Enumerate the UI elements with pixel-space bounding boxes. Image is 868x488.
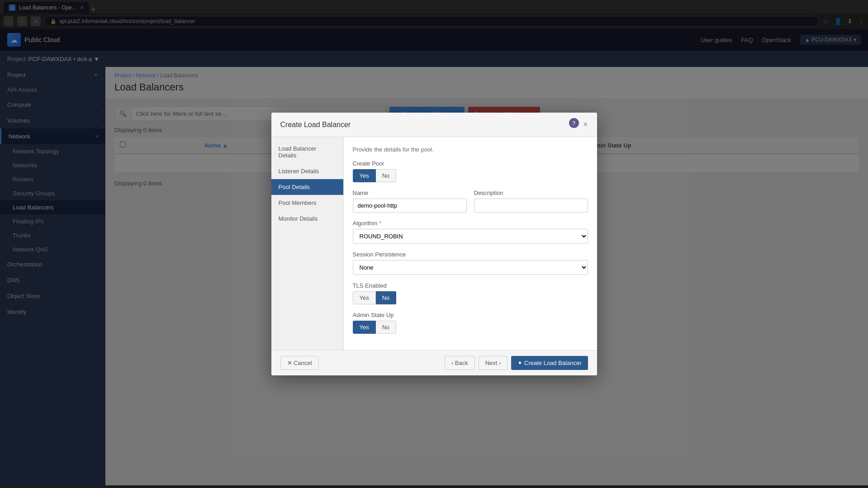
algorithm-label: Algorithm * — [353, 220, 588, 227]
pool-members-label: Pool Members — [279, 199, 317, 206]
pool-details-label: Pool Details — [279, 184, 310, 190]
admin-state-group: Admin State Up Yes No — [353, 312, 588, 334]
modal-nav-item-listener-details[interactable]: Listener Details — [271, 163, 343, 179]
modal-close-button[interactable]: × — [583, 120, 588, 129]
cancel-button[interactable]: ✕ Cancel — [280, 356, 319, 370]
modal-nav-item-pool-details[interactable]: Pool Details — [271, 179, 343, 195]
tls-enabled-group: TLS Enabled Yes No — [353, 282, 588, 304]
modal-nav-item-pool-members[interactable]: Pool Members — [271, 195, 343, 211]
next-button[interactable]: Next › — [479, 356, 508, 370]
create-pool-toggle: Yes No — [353, 169, 588, 182]
modal-nav-item-monitor-details[interactable]: Monitor Details — [271, 211, 343, 227]
form-subtitle: Provide the details for the pool. — [353, 146, 588, 153]
modal-nav-item-lb-details[interactable]: Load Balancer Details — [271, 141, 343, 163]
name-description-row: Name Description — [353, 190, 588, 220]
monitor-details-label: Monitor Details — [279, 215, 318, 222]
session-persistence-label: Session Persistence — [353, 251, 588, 258]
modal-title: Create Load Balancer — [280, 121, 351, 129]
create-pool-label: Create Pool — [353, 160, 588, 167]
create-pool-no-button[interactable]: No — [376, 169, 397, 182]
name-label: Name — [353, 190, 467, 196]
tls-yes-button[interactable]: Yes — [353, 291, 376, 304]
create-pool-group: Create Pool Yes No — [353, 160, 588, 182]
session-persistence-select[interactable]: None SOURCE_IP HTTP_COOKIE APP_COOKIE — [353, 260, 588, 275]
tls-no-button[interactable]: No — [376, 291, 397, 304]
algorithm-group: Algorithm * ROUND_ROBIN LEAST_CONNECTION… — [353, 220, 588, 244]
admin-state-label: Admin State Up — [353, 312, 588, 318]
lb-details-label: Load Balancer Details — [279, 145, 317, 159]
algorithm-select[interactable]: ROUND_ROBIN LEAST_CONNECTIONS SOURCE_IP … — [353, 229, 588, 244]
back-button[interactable]: ‹ Back — [445, 356, 475, 370]
modal-body: Load Balancer Details Listener Details P… — [271, 137, 597, 350]
name-input[interactable] — [353, 199, 467, 213]
modal-content: Provide the details for the pool. Create… — [344, 137, 597, 350]
admin-state-toggle: Yes No — [353, 321, 588, 334]
description-input[interactable] — [474, 199, 588, 213]
tls-enabled-label: TLS Enabled — [353, 282, 588, 289]
name-group: Name — [353, 190, 467, 213]
description-group: Description — [474, 190, 588, 213]
modal-nav: Load Balancer Details Listener Details P… — [271, 137, 344, 350]
admin-state-yes-button[interactable]: Yes — [353, 321, 376, 334]
modal-header: Create Load Balancer × — [271, 113, 597, 137]
admin-state-no-button[interactable]: No — [376, 321, 397, 334]
modal: Create Load Balancer × ? Load Balancer D… — [271, 113, 597, 375]
session-persistence-group: Session Persistence None SOURCE_IP HTTP_… — [353, 251, 588, 275]
modal-footer-right: ‹ Back Next › ✦ Create Load Balancer — [445, 356, 588, 370]
create-load-balancer-modal-button[interactable]: ✦ Create Load Balancer — [511, 356, 588, 370]
modal-overlay: Create Load Balancer × ? Load Balancer D… — [0, 0, 868, 485]
listener-details-label: Listener Details — [279, 168, 319, 175]
modal-help-button[interactable]: ? — [569, 118, 579, 128]
description-label: Description — [474, 190, 588, 196]
modal-footer: ✕ Cancel ‹ Back Next › ✦ Create Load Bal… — [271, 350, 597, 375]
algorithm-required: * — [379, 220, 381, 227]
create-pool-yes-button[interactable]: Yes — [353, 169, 376, 182]
tls-toggle: Yes No — [353, 291, 588, 304]
